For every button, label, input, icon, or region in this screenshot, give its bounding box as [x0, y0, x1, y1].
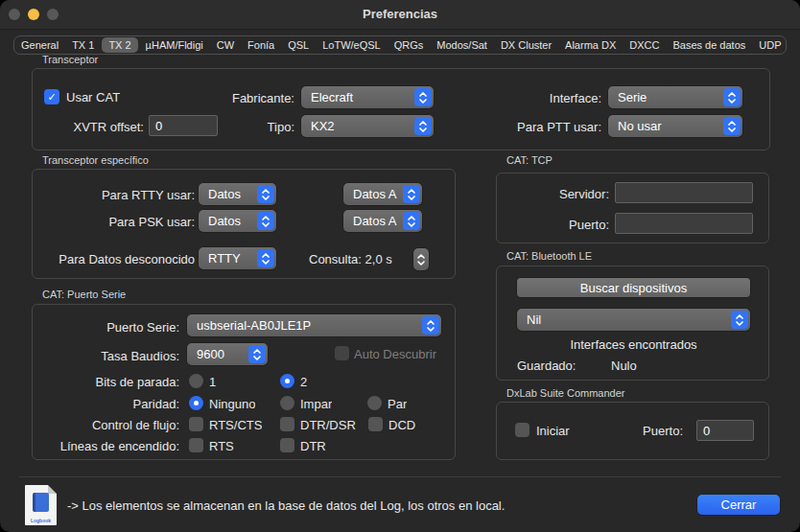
tipo-value: KX2 — [311, 119, 335, 133]
rts-label: RTS — [209, 439, 234, 453]
preferences-window: Preferencias General TX 1 TX 2 µHAM/Fldi… — [0, 0, 800, 532]
rtty-mode-value: Datos — [208, 187, 241, 201]
bits-2-label: 2 — [300, 375, 307, 389]
paridad-ninguno-radio[interactable] — [189, 396, 203, 410]
dcd-checkbox[interactable] — [368, 417, 383, 431]
bluetooth-device-value: Nil — [527, 312, 541, 327]
tasa-baudios-popup[interactable]: 9600 — [187, 343, 268, 365]
tab-dxcc[interactable]: DXCC — [623, 37, 666, 53]
popup-arrows-icon — [414, 88, 432, 106]
bluetooth-device-popup[interactable]: Nil — [517, 309, 750, 331]
group-title-especifico: Transceptor específico — [42, 154, 149, 166]
datos-desconocido-label: Para Datos desconocido — [38, 252, 195, 266]
tipo-popup[interactable]: KX2 — [301, 115, 434, 137]
book-glyph — [33, 493, 49, 512]
rtty-band-value: Datos A — [353, 187, 397, 201]
dtr-checkbox[interactable] — [280, 438, 294, 452]
bits-2-radio[interactable] — [280, 374, 294, 388]
consulta-value: 2,0 s — [365, 252, 392, 266]
tab-qrgs[interactable]: QRGs — [388, 37, 431, 53]
buscar-dispositivos-button[interactable]: Buscar dispositivos — [517, 278, 750, 297]
ptt-value: No usar — [618, 119, 662, 133]
tcp-puerto-field[interactable] — [615, 213, 753, 234]
interface-popup[interactable]: Serie — [608, 86, 742, 108]
logbook-icon-label: Logbook — [25, 518, 57, 523]
preferences-tab-bar: General TX 1 TX 2 µHAM/Fldigi CW Fonía Q… — [13, 35, 787, 55]
popup-arrows-icon — [422, 316, 439, 335]
stepper-arrows-icon — [416, 251, 426, 268]
xvtr-offset-label: XVTR offset: — [53, 120, 144, 134]
usar-cat-checkbox[interactable]: ✓ — [44, 89, 59, 104]
cerrar-button[interactable]: Cerrar — [697, 495, 780, 515]
paridad-impar-radio[interactable] — [280, 396, 294, 410]
dcd-label: DCD — [388, 418, 415, 432]
servidor-label: Servidor: — [518, 187, 609, 201]
paridad-par-label: Par — [388, 397, 407, 411]
popup-arrows-icon — [403, 185, 420, 203]
logbook-icon: Logbook — [25, 485, 57, 525]
consulta-label: Consulta: 2,0 s — [309, 252, 392, 266]
rts-cts-label: RTS/CTS — [209, 418, 262, 432]
group-title-transceptor: Transceptor — [42, 54, 98, 65]
psk-band-popup[interactable]: Datos A — [343, 210, 422, 232]
page-fold — [48, 485, 57, 494]
bits-1-radio[interactable] — [189, 374, 203, 388]
popup-arrows-icon — [257, 185, 274, 203]
servidor-field[interactable] — [615, 182, 753, 203]
iniciar-checkbox[interactable] — [515, 423, 529, 437]
tab-qsl[interactable]: QSL — [281, 37, 316, 53]
interface-value: Serie — [618, 90, 647, 104]
rtty-mode-popup[interactable]: Datos — [199, 183, 276, 205]
xvtr-offset-value: 0 — [155, 119, 162, 133]
guardado-value: Nulo — [611, 359, 637, 373]
tab-uham-fldigi[interactable]: µHAM/Fldigi — [139, 37, 210, 53]
guardado-label: Guardado: — [517, 359, 576, 373]
window-title: Preferencias — [0, 7, 800, 21]
bits-parada-label: Bits de parada: — [58, 375, 179, 389]
group-title-dxlab: DxLab Suite Commander — [506, 387, 625, 399]
title-bar: Preferencias — [0, 0, 800, 30]
tab-cw[interactable]: CW — [210, 37, 241, 53]
footer-divider — [19, 476, 781, 477]
tab-lotw-eqsl[interactable]: LoTW/eQSL — [316, 37, 388, 53]
fabricante-label: Fabricante: — [206, 91, 294, 105]
tab-general[interactable]: General — [14, 37, 65, 53]
fabricante-popup[interactable]: Elecraft — [301, 86, 434, 108]
puerto-serie-popup[interactable]: usbserial-AB0JLE1P — [187, 314, 441, 336]
group-title-tcp: CAT: TCP — [506, 154, 553, 166]
tab-modos-sat[interactable]: Modos/Sat — [430, 37, 494, 53]
popup-arrows-icon — [257, 249, 274, 267]
tab-bases-de-datos[interactable]: Bases de datos — [666, 37, 752, 53]
psk-mode-value: Datos — [208, 214, 241, 228]
dxlab-puerto-field[interactable]: 0 — [696, 420, 754, 441]
usar-cat-label: Usar CAT — [66, 90, 120, 104]
popup-arrows-icon — [731, 311, 748, 329]
psk-mode-popup[interactable]: Datos — [199, 210, 276, 232]
paridad-par-radio[interactable] — [367, 396, 382, 410]
tab-fonia[interactable]: Fonía — [241, 37, 281, 53]
tab-alarma-dx[interactable]: Alarma DX — [558, 37, 623, 53]
rts-cts-checkbox[interactable] — [189, 417, 203, 431]
dtr-dsr-checkbox[interactable] — [280, 417, 294, 431]
tab-tx2[interactable]: TX 2 — [102, 37, 137, 53]
puerto-serie-label: Puerto Serie: — [58, 320, 179, 335]
auto-descubrir-checkbox — [335, 346, 349, 360]
puerto-serie-value: usbserial-AB0JLE1P — [197, 318, 311, 333]
control-flujo-label: Control de flujo: — [58, 418, 179, 432]
datos-desconocido-value: RTTY — [208, 251, 241, 266]
popup-arrows-icon — [257, 212, 274, 230]
paridad-impar-label: Impar — [300, 397, 332, 411]
tab-tx1[interactable]: TX 1 — [65, 37, 101, 53]
rts-checkbox[interactable] — [189, 438, 203, 452]
tasa-baudios-label: Tasa Baudios: — [58, 349, 179, 363]
bits-1-label: 1 — [209, 375, 216, 389]
tcp-puerto-label: Puerto: — [518, 218, 609, 232]
consulta-stepper[interactable] — [413, 248, 429, 270]
datos-desconocido-popup[interactable]: RTTY — [199, 247, 276, 269]
dtr-label: DTR — [300, 439, 326, 453]
tab-udp[interactable]: UDP — [752, 37, 788, 53]
iniciar-label: Iniciar — [536, 424, 570, 438]
ptt-popup[interactable]: No usar — [608, 115, 742, 137]
tab-dx-cluster[interactable]: DX Cluster — [494, 37, 558, 53]
rtty-band-popup[interactable]: Datos A — [343, 183, 422, 205]
